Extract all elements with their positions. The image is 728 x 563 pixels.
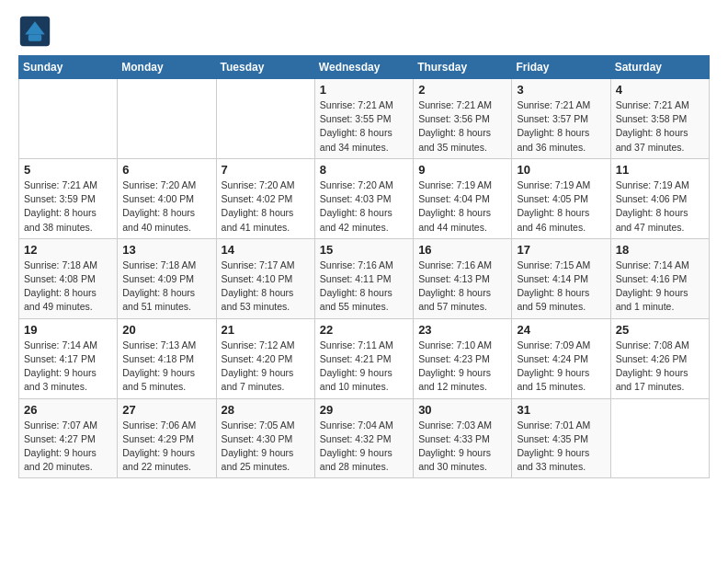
calendar-cell: 14Sunrise: 7:17 AM Sunset: 4:10 PM Dayli… [216, 238, 314, 318]
calendar-cell: 7Sunrise: 7:20 AM Sunset: 4:02 PM Daylig… [216, 158, 314, 238]
weekday-header: Wednesday [314, 56, 413, 79]
day-info: Sunrise: 7:01 AM Sunset: 4:35 PM Dayligh… [517, 419, 605, 475]
day-info: Sunrise: 7:11 AM Sunset: 4:21 PM Dayligh… [320, 339, 408, 395]
day-number: 30 [418, 403, 506, 417]
day-number: 29 [320, 403, 408, 417]
calendar-cell: 13Sunrise: 7:18 AM Sunset: 4:09 PM Dayli… [118, 238, 216, 318]
calendar-cell [610, 398, 709, 478]
day-number: 11 [616, 163, 704, 177]
calendar-cell [118, 79, 216, 159]
calendar-cell [19, 79, 118, 159]
day-number: 25 [616, 323, 704, 337]
page-header [18, 15, 710, 48]
day-info: Sunrise: 7:21 AM Sunset: 3:58 PM Dayligh… [616, 98, 704, 155]
calendar-cell: 9Sunrise: 7:19 AM Sunset: 4:04 PM Daylig… [414, 158, 512, 238]
calendar-cell: 6Sunrise: 7:20 AM Sunset: 4:00 PM Daylig… [118, 158, 216, 238]
day-number: 8 [320, 163, 408, 177]
day-info: Sunrise: 7:06 AM Sunset: 4:29 PM Dayligh… [122, 419, 210, 475]
day-info: Sunrise: 7:20 AM Sunset: 4:03 PM Dayligh… [320, 178, 408, 235]
calendar-week-row: 19Sunrise: 7:14 AM Sunset: 4:17 PM Dayli… [19, 318, 710, 398]
calendar-cell: 24Sunrise: 7:09 AM Sunset: 4:24 PM Dayli… [512, 318, 610, 398]
calendar-cell: 12Sunrise: 7:18 AM Sunset: 4:08 PM Dayli… [19, 238, 118, 318]
day-number: 9 [418, 163, 506, 177]
calendar-week-row: 5Sunrise: 7:21 AM Sunset: 3:59 PM Daylig… [19, 158, 710, 238]
day-number: 21 [222, 323, 310, 337]
calendar-cell: 15Sunrise: 7:16 AM Sunset: 4:11 PM Dayli… [314, 238, 413, 318]
day-number: 12 [24, 243, 112, 257]
day-info: Sunrise: 7:14 AM Sunset: 4:17 PM Dayligh… [24, 339, 112, 395]
day-number: 13 [122, 243, 210, 257]
day-info: Sunrise: 7:16 AM Sunset: 4:13 PM Dayligh… [418, 259, 506, 315]
logo [18, 15, 55, 48]
day-number: 5 [24, 163, 112, 177]
day-info: Sunrise: 7:08 AM Sunset: 4:26 PM Dayligh… [616, 339, 704, 395]
day-info: Sunrise: 7:18 AM Sunset: 4:09 PM Dayligh… [122, 259, 210, 315]
day-number: 24 [517, 323, 605, 337]
day-number: 6 [122, 163, 210, 177]
logo-icon [18, 15, 51, 48]
calendar-cell: 16Sunrise: 7:16 AM Sunset: 4:13 PM Dayli… [414, 238, 512, 318]
calendar-cell: 28Sunrise: 7:05 AM Sunset: 4:30 PM Dayli… [216, 398, 314, 478]
weekday-header: Monday [118, 56, 216, 79]
weekday-header: Friday [512, 56, 610, 79]
calendar-cell: 22Sunrise: 7:11 AM Sunset: 4:21 PM Dayli… [314, 318, 413, 398]
weekday-header: Tuesday [216, 56, 314, 79]
day-number: 28 [222, 403, 310, 417]
weekday-header-row: SundayMondayTuesdayWednesdayThursdayFrid… [19, 56, 710, 79]
calendar-cell [216, 79, 314, 159]
calendar-cell: 26Sunrise: 7:07 AM Sunset: 4:27 PM Dayli… [19, 398, 118, 478]
day-info: Sunrise: 7:20 AM Sunset: 4:00 PM Dayligh… [122, 178, 210, 235]
day-info: Sunrise: 7:05 AM Sunset: 4:30 PM Dayligh… [222, 419, 310, 475]
day-info: Sunrise: 7:04 AM Sunset: 4:32 PM Dayligh… [320, 419, 408, 475]
day-number: 15 [320, 243, 408, 257]
calendar-cell: 10Sunrise: 7:19 AM Sunset: 4:05 PM Dayli… [512, 158, 610, 238]
day-number: 14 [222, 243, 310, 257]
day-number: 7 [222, 163, 310, 177]
day-info: Sunrise: 7:16 AM Sunset: 4:11 PM Dayligh… [320, 259, 408, 315]
day-info: Sunrise: 7:20 AM Sunset: 4:02 PM Dayligh… [222, 178, 310, 235]
weekday-header: Thursday [414, 56, 512, 79]
svg-rect-2 [28, 35, 41, 41]
day-number: 23 [418, 323, 506, 337]
day-info: Sunrise: 7:13 AM Sunset: 4:18 PM Dayligh… [122, 339, 210, 395]
day-number: 19 [24, 323, 112, 337]
calendar-cell: 4Sunrise: 7:21 AM Sunset: 3:58 PM Daylig… [610, 79, 709, 159]
day-info: Sunrise: 7:19 AM Sunset: 4:06 PM Dayligh… [616, 178, 704, 235]
day-info: Sunrise: 7:07 AM Sunset: 4:27 PM Dayligh… [24, 419, 112, 475]
weekday-header: Sunday [19, 56, 118, 79]
day-number: 10 [517, 163, 605, 177]
day-number: 17 [517, 243, 605, 257]
day-number: 16 [418, 243, 506, 257]
calendar-cell: 23Sunrise: 7:10 AM Sunset: 4:23 PM Dayli… [414, 318, 512, 398]
day-info: Sunrise: 7:21 AM Sunset: 3:55 PM Dayligh… [320, 98, 408, 155]
calendar-cell: 21Sunrise: 7:12 AM Sunset: 4:20 PM Dayli… [216, 318, 314, 398]
day-number: 3 [517, 83, 605, 97]
day-info: Sunrise: 7:21 AM Sunset: 3:56 PM Dayligh… [418, 98, 506, 155]
day-number: 31 [517, 403, 605, 417]
day-info: Sunrise: 7:21 AM Sunset: 3:57 PM Dayligh… [517, 98, 605, 155]
calendar-cell: 17Sunrise: 7:15 AM Sunset: 4:14 PM Dayli… [512, 238, 610, 318]
calendar-cell: 8Sunrise: 7:20 AM Sunset: 4:03 PM Daylig… [314, 158, 413, 238]
day-info: Sunrise: 7:19 AM Sunset: 4:04 PM Dayligh… [418, 178, 506, 235]
calendar-cell: 11Sunrise: 7:19 AM Sunset: 4:06 PM Dayli… [610, 158, 709, 238]
calendar-week-row: 12Sunrise: 7:18 AM Sunset: 4:08 PM Dayli… [19, 238, 710, 318]
weekday-header: Saturday [610, 56, 709, 79]
calendar-week-row: 26Sunrise: 7:07 AM Sunset: 4:27 PM Dayli… [19, 398, 710, 478]
day-number: 1 [320, 83, 408, 97]
calendar-cell: 1Sunrise: 7:21 AM Sunset: 3:55 PM Daylig… [314, 79, 413, 159]
day-info: Sunrise: 7:14 AM Sunset: 4:16 PM Dayligh… [616, 259, 704, 315]
day-info: Sunrise: 7:15 AM Sunset: 4:14 PM Dayligh… [517, 259, 605, 315]
day-info: Sunrise: 7:03 AM Sunset: 4:33 PM Dayligh… [418, 419, 506, 475]
day-number: 2 [418, 83, 506, 97]
calendar-cell: 19Sunrise: 7:14 AM Sunset: 4:17 PM Dayli… [19, 318, 118, 398]
day-number: 27 [122, 403, 210, 417]
calendar-cell: 30Sunrise: 7:03 AM Sunset: 4:33 PM Dayli… [414, 398, 512, 478]
day-info: Sunrise: 7:10 AM Sunset: 4:23 PM Dayligh… [418, 339, 506, 395]
calendar-cell: 29Sunrise: 7:04 AM Sunset: 4:32 PM Dayli… [314, 398, 413, 478]
day-info: Sunrise: 7:09 AM Sunset: 4:24 PM Dayligh… [517, 339, 605, 395]
day-number: 20 [122, 323, 210, 337]
day-number: 18 [616, 243, 704, 257]
day-number: 26 [24, 403, 112, 417]
calendar-cell: 18Sunrise: 7:14 AM Sunset: 4:16 PM Dayli… [610, 238, 709, 318]
day-info: Sunrise: 7:21 AM Sunset: 3:59 PM Dayligh… [24, 178, 112, 235]
